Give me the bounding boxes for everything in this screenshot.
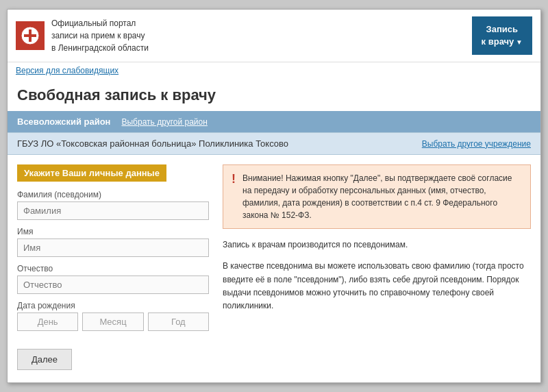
dob-month-button[interactable]: Месяц: [82, 313, 143, 331]
next-button[interactable]: Далее: [17, 349, 72, 370]
appointment-button[interactable]: Записьк врачу: [472, 16, 532, 55]
surname-input[interactable]: [17, 201, 209, 220]
page-title: Свободная запись к врачу: [8, 78, 540, 111]
accessibility-link[interactable]: Версия для слабовидящих: [16, 66, 119, 75]
warning-box: ! Внимание! Нажимая кнопку "Далее", вы п…: [223, 164, 531, 229]
info-line1: Запись к врачам производится по псевдони…: [223, 238, 531, 252]
surname-label: Фамилия (псевдоним): [17, 190, 209, 199]
dob-label: Дата рождения: [17, 301, 209, 310]
name-input[interactable]: [17, 238, 209, 257]
district-name: Всеволожский район: [17, 117, 110, 127]
patronymic-label: Отчество: [17, 264, 209, 273]
dob-day-button[interactable]: День: [17, 313, 78, 331]
change-district-link[interactable]: Выбрать другой район: [121, 117, 207, 127]
warning-icon: !: [232, 172, 236, 221]
institution-name: ГБУЗ ЛО «Токсовская районная больница» П…: [17, 138, 288, 149]
dob-year-button[interactable]: Год: [148, 313, 209, 331]
patronymic-input[interactable]: [17, 275, 209, 294]
info-line2: В качестве псевдонима вы можете использо…: [223, 260, 531, 313]
site-desc-line1: Официальный портал: [51, 19, 136, 28]
site-desc-line2: записи на прием к врачу: [51, 31, 145, 40]
svg-rect-2: [24, 34, 36, 37]
warning-text: Внимание! Нажимая кнопку "Далее", вы под…: [242, 172, 522, 221]
name-label: Имя: [17, 227, 209, 236]
change-institution-link[interactable]: Выбрать другое учреждение: [422, 139, 531, 149]
section-label: Укажите Ваши личные данные: [17, 164, 166, 182]
logo-icon: [16, 21, 45, 50]
site-desc-line3: в Ленинградской области: [51, 43, 149, 53]
